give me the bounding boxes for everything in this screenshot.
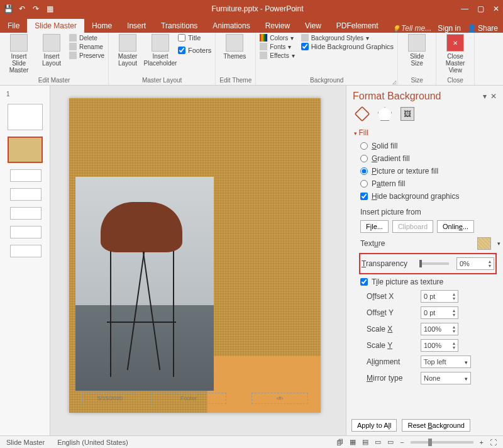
footer-placeholder[interactable]: Footer (151, 393, 226, 404)
tab-insert[interactable]: Insert (119, 19, 153, 33)
title-bar: 💾 ↶ ↷ ▦ Furniture.pptx - PowerPoint — ▢ … (0, 0, 503, 18)
tab-view[interactable]: View (297, 19, 329, 33)
slide-number-placeholder[interactable]: ‹#› (252, 393, 308, 404)
scale-y-spinner[interactable]: 100%▴▾ (421, 339, 458, 352)
sorter-view-icon[interactable]: ▤ (362, 438, 368, 446)
file-button[interactable]: File... (360, 220, 389, 233)
effects-tab-icon[interactable] (378, 107, 392, 121)
scale-x-spinner[interactable]: 100%▴▾ (421, 323, 458, 335)
group-close: Close (440, 77, 470, 85)
start-slideshow-icon[interactable]: ▦ (45, 4, 54, 13)
transparency-slider[interactable] (419, 262, 449, 265)
slide-thumbnails[interactable]: 1 (0, 86, 50, 435)
rename-button[interactable]: Rename (69, 43, 104, 50)
layout-thumbnail-5[interactable] (10, 226, 41, 238)
layout-thumbnail-3[interactable] (10, 188, 41, 201)
fit-to-window-icon[interactable]: ⛶ (490, 439, 497, 446)
reading-view-icon[interactable]: ▭ (375, 438, 381, 446)
fill-section[interactable]: Fill (354, 126, 500, 140)
layout-thumbnail-6[interactable] (10, 245, 41, 257)
texture-picker[interactable] (477, 237, 491, 250)
layout-thumbnail-2[interactable] (10, 169, 41, 182)
colors-dropdown[interactable]: Colors ▾ (260, 34, 294, 42)
slide-size-button[interactable]: Slide Size (402, 34, 432, 67)
transparency-label: Transparency (362, 259, 412, 268)
minimize-icon[interactable]: — (461, 4, 468, 13)
group-edit-master: Edit Master (4, 77, 104, 85)
hide-bg-graphics-check[interactable]: Hide background graphics (354, 190, 500, 203)
insert-layout-button[interactable]: Insert Layout (36, 34, 67, 67)
texture-label: Texture (360, 239, 411, 248)
master-layout-button[interactable]: Master Layout (113, 34, 143, 67)
status-language[interactable]: English (United States) (57, 439, 128, 446)
sign-in-link[interactable]: Sign in (438, 24, 461, 33)
footers-checkbox[interactable]: Footers (178, 47, 211, 54)
pattern-fill-radio[interactable]: Pattern fill (354, 177, 500, 190)
slide[interactable]: 5/15/2020 Footer ‹#› (69, 98, 321, 413)
layout-thumbnail-4[interactable] (10, 207, 41, 220)
pane-close-icon[interactable]: ✕ (490, 92, 497, 101)
group-size: Size (402, 77, 432, 85)
pane-options-icon[interactable]: ▾ (483, 92, 487, 101)
undo-icon[interactable]: ↶ (18, 4, 26, 13)
tab-home[interactable]: Home (84, 19, 119, 33)
delete-button[interactable]: Delete (69, 34, 104, 42)
tell-me-input[interactable]: Tell me... (392, 24, 431, 33)
insert-placeholder-button[interactable]: Insert Placeholder (145, 34, 175, 67)
alignment-label: Alignment (367, 357, 417, 366)
mirror-dropdown[interactable]: None (421, 372, 471, 384)
online-button[interactable]: Online... (437, 220, 474, 233)
preserve-button[interactable]: Preserve (69, 52, 104, 59)
master-number: 1 (6, 91, 43, 98)
tab-file[interactable]: File (0, 19, 27, 33)
tab-animations[interactable]: Animations (205, 19, 257, 33)
chair-image[interactable] (75, 177, 214, 391)
picture-texture-fill-radio[interactable]: Picture or texture fill (354, 165, 500, 177)
alignment-dropdown[interactable]: Top left (421, 356, 471, 368)
ribbon-tabs: File Slide Master Home Insert Transition… (0, 18, 503, 33)
status-bar: Slide Master English (United States) 🗐 ▦… (0, 435, 503, 448)
hide-background-checkbox[interactable]: Hide Background Graphics (301, 43, 394, 50)
zoom-slider[interactable] (411, 441, 473, 444)
close-icon[interactable]: ✕ (493, 4, 499, 13)
master-thumbnail[interactable] (8, 104, 43, 130)
zoom-out-icon[interactable]: − (400, 439, 404, 446)
tab-review[interactable]: Review (258, 19, 297, 33)
title-checkbox[interactable]: Title (178, 34, 211, 42)
fonts-dropdown[interactable]: Fonts ▾ (260, 43, 294, 50)
layout-thumbnail-1[interactable] (8, 137, 43, 163)
offset-y-label: Offset Y (367, 308, 417, 317)
main-area: 1 5/15/2020 Footer ‹#› Format Background… (0, 86, 503, 435)
date-placeholder[interactable]: 5/15/2020 (82, 393, 138, 404)
transparency-spinner[interactable]: 0%▴▾ (456, 257, 494, 270)
restore-icon[interactable]: ▢ (477, 4, 484, 13)
offset-x-spinner[interactable]: 0 pt▴▾ (421, 290, 458, 303)
redo-icon[interactable]: ↷ (31, 4, 40, 13)
offset-y-spinner[interactable]: 0 pt▴▾ (421, 306, 458, 319)
save-icon[interactable]: 💾 (4, 4, 13, 13)
tile-picture-check[interactable]: Tile picture as texture (354, 276, 500, 288)
slideshow-view-icon[interactable]: ▭ (387, 438, 394, 446)
zoom-in-icon[interactable]: + (480, 439, 484, 446)
background-dialog-launcher[interactable]: ◿ (392, 79, 396, 85)
reset-background-button[interactable]: Reset Background (402, 419, 470, 432)
tab-slide-master[interactable]: Slide Master (27, 19, 84, 33)
background-styles-dropdown[interactable]: Background Styles ▾ (301, 34, 394, 42)
status-mode: Slide Master (6, 439, 45, 446)
group-master-layout: Master Layout (113, 77, 211, 85)
tab-pdfelement[interactable]: PDFelement (329, 19, 386, 33)
gradient-fill-radio[interactable]: Gradient fill (354, 152, 500, 165)
tab-transitions[interactable]: Transitions (153, 19, 205, 33)
insert-slide-master-button[interactable]: Insert Slide Master (4, 34, 34, 74)
normal-view-icon[interactable]: ▦ (350, 438, 356, 446)
themes-button[interactable]: Themes (219, 34, 250, 60)
effects-dropdown[interactable]: Effects ▾ (260, 52, 294, 59)
notes-button[interactable]: 🗐 (336, 439, 343, 446)
close-master-view-button[interactable]: ✕Close Master View (440, 34, 470, 74)
solid-fill-radio[interactable]: Solid fill (354, 140, 500, 152)
fill-tab-icon[interactable] (355, 106, 370, 122)
picture-tab-icon[interactable] (401, 107, 414, 121)
apply-to-all-button[interactable]: Apply to All (351, 419, 397, 432)
slide-canvas[interactable]: 5/15/2020 Footer ‹#› (50, 86, 346, 435)
share-button[interactable]: Share (467, 24, 498, 33)
